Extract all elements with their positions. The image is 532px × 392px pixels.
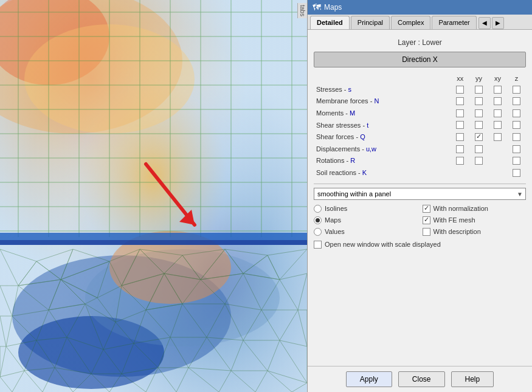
row-label-moments: Moments - M (314, 107, 451, 119)
dialog-title: 🗺 Maps (308, 0, 532, 15)
normalization-label: With normalization (434, 205, 488, 212)
cb-fe-mesh[interactable] (423, 216, 430, 224)
smoothing-dropdown-wrapper: smoothing within a panel no smoothing sm… (314, 188, 526, 200)
cb-stresses-xy[interactable] (488, 83, 507, 95)
cb-disp-z[interactable] (507, 143, 526, 155)
tabs-edge-label: tabs (297, 3, 307, 18)
radio-options-col: Isolines Maps Values (314, 205, 418, 236)
cb-membrane-xx[interactable] (451, 95, 469, 108)
checkbox-options-col: With normalization With FE mesh With des… (423, 205, 527, 236)
cb-disp-xy (488, 143, 507, 155)
cb-rot-xx[interactable] (451, 155, 469, 167)
cb-soil-xx (451, 167, 469, 179)
table-row: Shear stresses - t (314, 119, 526, 131)
cb-shearstress-xy[interactable] (488, 119, 507, 131)
row-label-soil: Soil reactions - K (314, 167, 451, 179)
description-label: With description (434, 228, 481, 235)
cb-description[interactable] (423, 228, 430, 236)
cb-stresses-z[interactable] (507, 83, 526, 95)
cb-shearforces-yy[interactable] (469, 131, 488, 143)
smoothing-row: smoothing within a panel no smoothing sm… (314, 188, 526, 200)
visualization-area: tabs (0, 0, 307, 392)
svg-rect-31 (0, 233, 307, 240)
table-row: Rotations - R (314, 155, 526, 167)
cb-rot-z[interactable] (507, 155, 526, 167)
cb-moments-z[interactable] (507, 107, 526, 119)
cb-shearforces-xy[interactable] (488, 131, 507, 143)
maps-label: Maps (325, 216, 341, 224)
cb-shearstress-xx[interactable] (451, 119, 469, 131)
display-options: Isolines Maps Values With normalization (314, 205, 526, 236)
radio-maps[interactable] (314, 216, 322, 224)
tab-principal[interactable]: Principal (351, 16, 390, 29)
option-normalization[interactable]: With normalization (423, 205, 527, 213)
tab-nav-next[interactable]: ▶ (492, 17, 504, 29)
option-values[interactable]: Values (314, 228, 418, 236)
row-label-stresses: Stresses - s (314, 83, 451, 95)
tab-nav-prev[interactable]: ◀ (478, 17, 491, 29)
cb-stresses-yy[interactable] (469, 83, 488, 95)
tab-parameter[interactable]: Parameter (432, 16, 476, 29)
row-label-displacements: Displacements - u,w (314, 143, 451, 155)
smoothing-dropdown[interactable]: smoothing within a panel no smoothing sm… (314, 188, 526, 200)
table-row: Shear forces - Q (314, 131, 526, 143)
cb-soil-xy (488, 167, 507, 179)
tabs-bar: Detailed Principal Complex Parameter ◀ ▶ (308, 15, 532, 30)
cb-normalization[interactable] (423, 205, 430, 213)
cb-disp-xx[interactable] (451, 143, 469, 155)
dialog-title-text: Maps (324, 3, 342, 12)
row-label-rotations: Rotations - R (314, 155, 451, 167)
isolines-label: Isolines (325, 205, 347, 212)
open-window-row[interactable]: Open new window with scale displayed (314, 241, 526, 249)
cb-membrane-xy[interactable] (488, 95, 507, 108)
row-label-shear-forces: Shear forces - Q (314, 131, 451, 143)
close-button[interactable]: Close (398, 371, 445, 387)
cb-disp-yy[interactable] (469, 143, 488, 155)
cb-shearstress-z[interactable] (507, 119, 526, 131)
help-button[interactable]: Help (451, 371, 494, 387)
open-window-label: Open new window with scale displayed (325, 241, 441, 248)
svg-rect-32 (0, 240, 307, 245)
cb-membrane-z[interactable] (507, 95, 526, 108)
apply-button[interactable]: Apply (346, 371, 392, 387)
option-isolines[interactable]: Isolines (314, 205, 418, 213)
cb-shearforces-z[interactable] (507, 131, 526, 143)
tab-detailed[interactable]: Detailed (310, 16, 350, 29)
cb-moments-xx[interactable] (451, 107, 469, 119)
option-fe-mesh[interactable]: With FE mesh (423, 216, 527, 224)
cb-shearstress-yy[interactable] (469, 119, 488, 131)
direction-button[interactable]: Direction X (314, 52, 526, 67)
option-maps[interactable]: Maps (314, 216, 418, 224)
col-header-yy: yy (469, 74, 488, 83)
table-row: Moments - M (314, 107, 526, 119)
row-label-membrane: Membrane forces - N (314, 95, 451, 108)
table-row: Soil reactions - K (314, 167, 526, 179)
cb-rot-yy[interactable] (469, 155, 488, 167)
cb-shearforces-xx[interactable] (451, 131, 469, 143)
layer-info: Layer : Lower (314, 38, 526, 47)
cb-stresses-xx[interactable] (451, 83, 469, 95)
tab-complex[interactable]: Complex (391, 16, 430, 29)
dialog-footer: Apply Close Help (308, 366, 532, 392)
cb-soil-yy (469, 167, 488, 179)
separator-1 (314, 184, 526, 184)
fe-mesh-label: With FE mesh (434, 216, 475, 224)
cb-soil-z[interactable] (507, 167, 526, 179)
dialog-content: Layer : Lower Direction X xx yy xy z Str… (308, 30, 532, 366)
dialog-panel: 🗺 Maps Detailed Principal Complex Parame… (307, 0, 532, 392)
cb-membrane-yy[interactable] (469, 95, 488, 108)
layer-label-text: Layer : Lower (398, 38, 442, 47)
cb-moments-yy[interactable] (469, 107, 488, 119)
table-row: Displacements - u,w (314, 143, 526, 155)
maps-title-icon: 🗺 (313, 2, 321, 12)
option-description[interactable]: With description (423, 228, 527, 236)
cb-open-window[interactable] (314, 241, 322, 249)
radio-values[interactable] (314, 228, 322, 236)
cb-moments-xy[interactable] (488, 107, 507, 119)
table-row: Membrane forces - N (314, 95, 526, 108)
results-table: xx yy xy z Stresses - s Membrane force (314, 74, 526, 179)
col-header-xx: xx (451, 74, 469, 83)
col-header-xy: xy (488, 74, 507, 83)
col-header-empty (314, 74, 451, 83)
radio-isolines[interactable] (314, 205, 322, 213)
